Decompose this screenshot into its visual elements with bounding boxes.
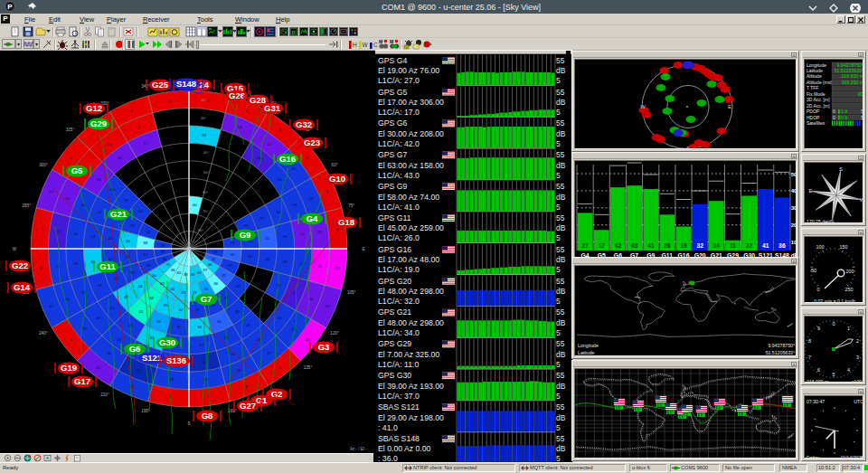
svg-text:22: 22 — [292, 290, 297, 295]
svg-text:60°: 60° — [332, 163, 338, 167]
svg-text:Latitude: Latitude — [807, 68, 823, 73]
svg-text:5: 5 — [556, 233, 561, 242]
svg-text:G32: G32 — [296, 119, 312, 129]
svg-text:41: 41 — [647, 242, 655, 249]
svg-text:5: 5 — [556, 108, 561, 117]
svg-text:3D Acc. [m]: 3D Acc. [m] — [807, 97, 830, 102]
svg-text:15: 15 — [96, 365, 100, 370]
svg-text:50: 50 — [811, 268, 816, 273]
svg-text:N: N — [830, 219, 834, 223]
svg-text:32: 32 — [211, 257, 215, 261]
svg-text:GPS G21: GPS G21 — [378, 307, 411, 317]
svg-text:300°: 300° — [39, 163, 48, 167]
svg-text:20°: 20° — [201, 116, 207, 120]
svg-text:0.9: 0.9 — [841, 115, 847, 120]
svg-text:5: 5 — [556, 328, 561, 337]
svg-text:5: 5 — [556, 265, 561, 274]
svg-text:250: 250 — [845, 287, 854, 292]
svg-text:dB: dB — [556, 413, 566, 422]
svg-text:G27: G27 — [240, 401, 256, 411]
svg-text:120°: 120° — [330, 331, 339, 336]
svg-text:dB: dB — [556, 350, 566, 359]
svg-text:285°: 285° — [23, 203, 32, 208]
svg-text:Altitude: Altitude — [807, 73, 822, 79]
svg-text:M: M — [379, 39, 382, 44]
svg-text:SBAS S121: SBAS S121 — [378, 402, 420, 412]
svg-text:G19: G19 — [61, 363, 77, 373]
svg-text:40: 40 — [791, 188, 797, 194]
svg-text:G10: G10 — [329, 174, 345, 184]
svg-text:25: 25 — [161, 250, 165, 254]
svg-text:29: 29 — [265, 257, 269, 261]
svg-text:G25: G25 — [152, 80, 169, 90]
svg-text:38: 38 — [143, 241, 147, 245]
svg-text:5: 5 — [556, 297, 561, 306]
svg-text:36: 36 — [197, 270, 202, 275]
svg-text:29: 29 — [194, 307, 199, 312]
svg-text:Longitude: Longitude — [807, 62, 826, 68]
svg-text:28: 28 — [283, 260, 288, 264]
svg-text:12: 12 — [317, 264, 322, 269]
svg-text:30: 30 — [137, 368, 141, 373]
svg-text:El 58.00 Az 74.00: El 58.00 Az 74.00 — [378, 193, 439, 202]
svg-text:24: 24 — [143, 252, 147, 257]
svg-text:dB: dB — [556, 255, 566, 264]
svg-text:27: 27 — [267, 351, 271, 355]
svg-text:25: 25 — [108, 236, 113, 241]
svg-text:55: 55 — [556, 371, 565, 380]
svg-text:55: 55 — [556, 88, 565, 97]
svg-text:36: 36 — [213, 281, 218, 286]
svg-text:29: 29 — [146, 263, 151, 268]
svg-text:Longitude: Longitude — [578, 343, 599, 348]
svg-text:20: 20 — [791, 222, 797, 228]
svg-text:L1C/A: 34.0: L1C/A: 34.0 — [378, 328, 420, 337]
svg-text:37: 37 — [193, 290, 197, 295]
svg-text:31: 31 — [176, 325, 181, 329]
svg-text:36: 36 — [197, 325, 202, 329]
svg-text:1: 1 — [847, 326, 850, 331]
svg-text:30: 30 — [217, 319, 222, 324]
svg-text:19: 19 — [256, 156, 260, 160]
svg-text:165°: 165° — [228, 409, 237, 413]
svg-text:GPS G5: GPS G5 — [378, 88, 408, 97]
svg-text:0: 0 — [817, 287, 820, 292]
svg-text:345°: 345° — [141, 84, 150, 89]
svg-text:31: 31 — [265, 236, 269, 241]
svg-text:35: 35 — [165, 262, 170, 267]
svg-text:30: 30 — [235, 309, 240, 314]
svg-text:5: 5 — [556, 423, 561, 432]
svg-text:36: 36 — [778, 242, 786, 249]
svg-text:14: 14 — [49, 189, 53, 194]
svg-text:55: 55 — [556, 150, 565, 159]
svg-text:25: 25 — [283, 234, 288, 239]
svg-text:40: 40 — [193, 203, 197, 207]
svg-text:24: 24 — [223, 336, 228, 340]
svg-text:30: 30 — [96, 316, 100, 320]
svg-text:El 17.00 Az 306.00: El 17.00 Az 306.00 — [378, 98, 444, 107]
svg-text:34: 34 — [156, 319, 161, 324]
svg-text:HDOP: HDOP — [807, 115, 820, 120]
svg-text:GPS G6: GPS G6 — [378, 118, 408, 128]
svg-text:170.25 deg: 170.25 deg — [807, 219, 830, 223]
svg-text:2D Acc. [m]: 2D Acc. [m] — [807, 103, 830, 109]
svg-text:26: 26 — [278, 177, 282, 182]
svg-text:34: 34 — [126, 239, 130, 243]
svg-text:43: 43 — [631, 242, 638, 249]
svg-text:dB: dB — [556, 444, 566, 453]
svg-text:55: 55 — [556, 277, 565, 286]
svg-text:24: 24 — [259, 216, 264, 221]
svg-text:S148: S148 — [176, 79, 196, 89]
svg-text:G4: G4 — [307, 213, 318, 223]
svg-text:14: 14 — [118, 156, 122, 160]
svg-text:33: 33 — [202, 133, 206, 137]
svg-text:2: 2 — [856, 338, 859, 344]
svg-text:dB: dB — [556, 161, 566, 170]
svg-text:5: 5 — [861, 115, 863, 120]
svg-text:15: 15 — [306, 337, 310, 342]
svg-text:10°: 10° — [201, 98, 207, 102]
svg-text:60°: 60° — [203, 190, 209, 194]
svg-text:dB: dB — [556, 223, 566, 232]
svg-text:42: 42 — [138, 309, 143, 314]
svg-text:31: 31 — [73, 232, 78, 236]
svg-text:UTC: UTC — [854, 399, 863, 404]
